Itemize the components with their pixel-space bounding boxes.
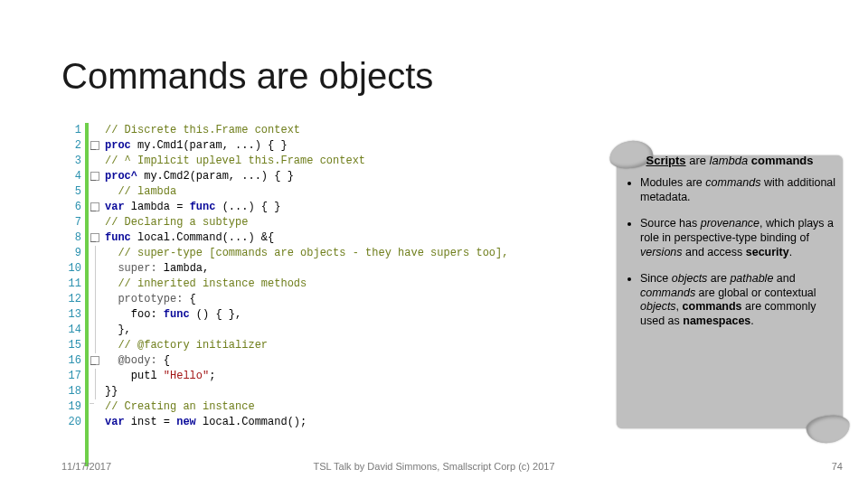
callout-bullets: Modules are commands with additional met… bbox=[624, 176, 839, 329]
footer-page: 74 bbox=[832, 461, 843, 472]
line-number: 14 bbox=[61, 323, 81, 338]
line-number: 19 bbox=[61, 399, 81, 415]
fold-marker bbox=[89, 277, 101, 292]
line-number: 18 bbox=[61, 384, 81, 399]
line-number: 4 bbox=[61, 169, 81, 184]
callout-headline: Scripts are lambda commands bbox=[624, 154, 839, 167]
line-number: 1 bbox=[61, 123, 81, 138]
line-number: 3 bbox=[61, 154, 81, 169]
fold-marker bbox=[89, 415, 101, 430]
code-line: @body: { bbox=[101, 353, 595, 369]
line-number: 9 bbox=[61, 246, 81, 261]
code-line: var inst = new local.Command(); bbox=[101, 415, 595, 430]
code-line: prototype: { bbox=[101, 292, 595, 307]
fold-marker bbox=[89, 246, 101, 261]
code-line: putl "Hello"; bbox=[101, 369, 595, 384]
code-line: }} bbox=[101, 384, 595, 399]
fold-marker bbox=[89, 338, 101, 353]
code-line: func local.Command(...) &{ bbox=[101, 230, 595, 246]
code-line: // lambda bbox=[101, 184, 595, 200]
callout-scroll: Scripts are lambda commands Modules are … bbox=[608, 143, 852, 441]
fold-marker bbox=[89, 154, 101, 169]
code-line: // inherited instance methods bbox=[101, 277, 595, 292]
line-number: 12 bbox=[61, 292, 81, 307]
line-number: 6 bbox=[61, 200, 81, 215]
code-line: super: lambda, bbox=[101, 261, 595, 277]
line-number: 10 bbox=[61, 261, 81, 277]
line-number: 17 bbox=[61, 369, 81, 384]
code-line: // Discrete this.Frame context bbox=[101, 123, 595, 138]
code-line: // Declaring a subtype bbox=[101, 215, 595, 230]
code-column: // Discrete this.Frame contextproc my.Cm… bbox=[101, 123, 595, 466]
line-number: 20 bbox=[61, 415, 81, 430]
code-line: }, bbox=[101, 323, 595, 338]
code-line: // super-type [commands are objects - th… bbox=[101, 246, 595, 261]
fold-marker bbox=[89, 307, 101, 323]
code-line: // ^ Implicit uplevel this.Frame context bbox=[101, 154, 595, 169]
callout-bullet: Since objects are pathable and commands … bbox=[640, 272, 839, 329]
code-line: // Creating an instance bbox=[101, 399, 595, 415]
line-number: 5 bbox=[61, 184, 81, 200]
fold-marker bbox=[89, 353, 101, 369]
line-number: 15 bbox=[61, 338, 81, 353]
fold-marker bbox=[89, 215, 101, 230]
fold-marker bbox=[89, 184, 101, 200]
code-line: foo: func () { }, bbox=[101, 307, 595, 323]
fold-marker bbox=[89, 384, 101, 399]
line-number-gutter: 1234567891011121314151617181920 bbox=[61, 123, 85, 466]
footer-center: TSL Talk by David Simmons, Smallscript C… bbox=[0, 461, 868, 472]
fold-marker bbox=[89, 169, 101, 184]
line-number: 16 bbox=[61, 353, 81, 369]
code-line: proc^ my.Cmd2(param, ...) { } bbox=[101, 169, 595, 184]
code-line: var lambda = func (...) { } bbox=[101, 200, 595, 215]
fold-marker bbox=[89, 200, 101, 215]
fold-marker bbox=[89, 230, 101, 246]
code-editor: 1234567891011121314151617181920 // Discr… bbox=[61, 123, 595, 466]
line-number: 7 bbox=[61, 215, 81, 230]
callout-bullet: Modules are commands with additional met… bbox=[640, 176, 839, 204]
fold-marker bbox=[89, 138, 101, 154]
line-number: 13 bbox=[61, 307, 81, 323]
fold-column bbox=[89, 123, 101, 466]
fold-marker bbox=[89, 261, 101, 277]
code-line: // @factory initializer bbox=[101, 338, 595, 353]
code-line: proc my.Cmd1(param, ...) { } bbox=[101, 138, 595, 154]
callout-content: Scripts are lambda commands Modules are … bbox=[624, 154, 839, 430]
line-number: 11 bbox=[61, 277, 81, 292]
fold-marker bbox=[89, 369, 101, 384]
fold-marker bbox=[89, 292, 101, 307]
fold-marker bbox=[89, 323, 101, 338]
line-number: 8 bbox=[61, 230, 81, 246]
line-number: 2 bbox=[61, 138, 81, 154]
callout-bullet: Source has provenance, which plays a rol… bbox=[640, 217, 839, 259]
fold-marker bbox=[89, 123, 101, 138]
slide-title: Commands are objects bbox=[61, 56, 433, 97]
